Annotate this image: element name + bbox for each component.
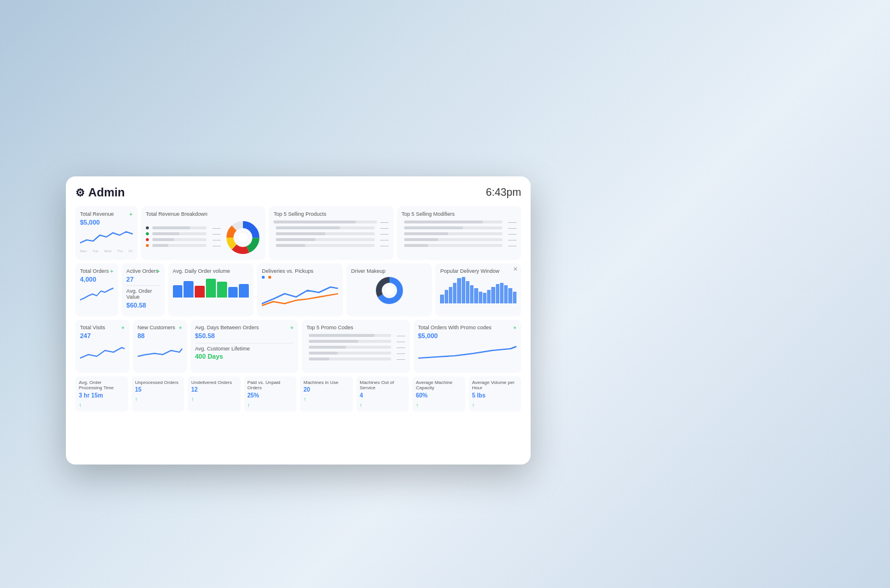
new-customers-trend: + xyxy=(179,325,182,331)
total-visits-sparkline xyxy=(80,342,125,359)
machines-out-of-service-trend: ↑ xyxy=(360,402,363,408)
machines-out-of-service-card[interactable]: Machines Out of Service 4 ↑ xyxy=(356,376,409,412)
promo-row-3: —— xyxy=(306,345,405,349)
delivery-bars-chart xyxy=(440,277,516,303)
avg-daily-order-volume-title: Avg. Daily Order volume xyxy=(173,268,249,275)
undelivered-orders-card[interactable]: Undelivered Orders 12 ↑ xyxy=(188,376,241,412)
svg-point-6 xyxy=(238,233,248,242)
avg-machine-capacity-value: 60% xyxy=(416,392,462,399)
admin-title: ⚙ Admin xyxy=(75,186,125,199)
popular-delivery-window-title: Popular Delivery Window xyxy=(440,268,516,275)
top5-products-title: Top 5 Selling Products xyxy=(274,211,388,218)
paid-vs-unpaid-card[interactable]: Paid vs. Unpaid Orders 25% ↑ xyxy=(244,376,297,412)
total-orders-sparkline xyxy=(80,285,114,303)
total-orders-promo-trend: + xyxy=(513,325,516,331)
unprocessed-orders-value: 15 xyxy=(135,386,181,393)
avg-days-between-orders-value: $50.58 xyxy=(195,332,294,339)
top5-promo-codes-card[interactable]: Top 5 Promo Codes —— —— —— —— xyxy=(302,320,410,373)
bottom-stats-row: Avg. Order Processing Time 3 hr 15m ↑ Un… xyxy=(75,376,521,412)
close-icon[interactable]: ✕ xyxy=(513,266,518,272)
avg-daily-bar-chart xyxy=(173,277,249,298)
total-revenue-sparkline xyxy=(80,228,133,246)
avg-order-processing-value: 3 hr 15m xyxy=(79,392,125,399)
promo-row-5: —— xyxy=(306,357,405,361)
total-visits-value: 247 xyxy=(80,332,125,339)
avg-days-between-orders-title: Avg. Days Between Orders xyxy=(195,325,294,331)
new-customers-title: New Customers xyxy=(138,325,182,331)
machines-in-use-trend: ↑ xyxy=(304,396,306,402)
top5-products-card[interactable]: Top 5 Selling Products —— —— —— —— xyxy=(269,206,393,260)
avg-order-value-title: Avg. Order Value xyxy=(126,288,160,301)
paid-vs-unpaid-title: Paid vs. Unpaid Orders xyxy=(248,380,294,391)
avg-order-processing-trend: ↑ xyxy=(79,402,82,408)
breakdown-row-4: —— xyxy=(146,243,221,248)
avg-machine-capacity-trend: ↑ xyxy=(416,402,419,408)
modifier-row-4: —— xyxy=(402,238,516,242)
avg-order-processing-card[interactable]: Avg. Order Processing Time 3 hr 15m ↑ xyxy=(75,376,128,412)
gear-icon: ⚙ xyxy=(75,186,85,199)
unprocessed-orders-trend: ↑ xyxy=(135,396,138,402)
machines-in-use-card[interactable]: Machines in Use 20 ↑ xyxy=(300,376,353,412)
total-revenue-card[interactable]: Total Revenue $5,000 + Mon Tue Wed Thu F… xyxy=(75,206,138,260)
new-customers-value: 88 xyxy=(138,332,182,339)
product-row-1: —— xyxy=(274,220,388,224)
new-customers-sparkline xyxy=(138,342,182,359)
driver-makeup-card[interactable]: Driver Makeup xyxy=(346,263,432,316)
new-customers-card[interactable]: New Customers 88 + xyxy=(133,320,187,373)
avg-days-between-orders-card[interactable]: Avg. Days Between Orders $50.58 + Avg. C… xyxy=(191,320,299,373)
total-orders-promo-sparkline xyxy=(418,342,517,359)
machines-in-use-value: 20 xyxy=(304,386,349,393)
time-display: 6:43pm xyxy=(486,186,521,199)
undelivered-orders-trend: ↑ xyxy=(191,396,194,402)
total-orders-card[interactable]: Total Orders 4,000 + xyxy=(75,263,118,316)
active-orders-value: 27 xyxy=(126,276,160,283)
avg-customer-lifetime-title: Avg. Customer Lifetime xyxy=(195,346,294,352)
avg-order-processing-title: Avg. Order Processing Time xyxy=(79,380,125,391)
breakdown-row-3: —— xyxy=(146,238,221,242)
machines-in-use-title: Machines in Use xyxy=(304,380,349,386)
driver-makeup-title: Driver Makeup xyxy=(351,268,428,275)
total-orders-promo-value: $5,000 xyxy=(418,332,517,339)
total-orders-promo-title: Total Orders With Promo codes xyxy=(418,325,517,331)
driver-makeup-donut xyxy=(351,276,428,305)
total-visits-trend: + xyxy=(121,325,125,331)
active-orders-card[interactable]: Active Orders 27 + Avg. Order Value $60.… xyxy=(122,263,165,316)
modifier-row-2: —— xyxy=(402,226,516,230)
product-row-2: —— xyxy=(274,226,388,230)
total-visits-title: Total Visits xyxy=(80,325,125,331)
avg-volume-per-hour-title: Average Volume per Hour xyxy=(472,380,518,391)
breakdown-row-2: —— xyxy=(146,232,221,236)
svg-point-10 xyxy=(385,286,394,295)
total-orders-value: 4,000 xyxy=(80,276,114,283)
revenue-breakdown-card[interactable]: Total Revenue Breakdown —— —— xyxy=(141,206,265,260)
undelivered-orders-value: 12 xyxy=(191,386,237,393)
promo-row-4: —— xyxy=(306,351,405,355)
admin-label: Admin xyxy=(88,186,125,199)
unprocessed-orders-card[interactable]: Unprocessed Orders 15 ↑ xyxy=(132,376,185,412)
dashboard-header: ⚙ Admin 6:43pm xyxy=(75,186,521,199)
popular-delivery-window-card[interactable]: Popular Delivery Window ✕ xyxy=(435,263,521,316)
active-orders-title: Active Orders xyxy=(126,268,160,275)
modifier-row-5: —— xyxy=(402,243,516,248)
paid-vs-unpaid-trend: ↑ xyxy=(248,402,251,408)
total-orders-promo-card[interactable]: Total Orders With Promo codes $5,000 + xyxy=(414,320,522,373)
avg-order-value-value: $60.58 xyxy=(126,302,160,309)
machines-out-of-service-title: Machines Out of Service xyxy=(360,380,406,391)
unprocessed-orders-title: Unprocessed Orders xyxy=(135,380,181,386)
avg-volume-per-hour-trend: ↑ xyxy=(472,402,475,408)
total-visits-card[interactable]: Total Visits 247 + xyxy=(75,320,129,373)
top5-modifiers-title: Top 5 Selling Modifiers xyxy=(402,211,516,218)
promo-codes-list: —— —— —— —— —— xyxy=(306,333,405,361)
avg-machine-capacity-card[interactable]: Average Machine Capacity 60% ↑ xyxy=(412,376,465,412)
avg-volume-per-hour-card[interactable]: Average Volume per Hour 5 lbs ↑ xyxy=(469,376,522,412)
paid-vs-unpaid-value: 25% xyxy=(248,392,294,399)
avg-days-between-orders-trend: + xyxy=(290,325,294,331)
undelivered-orders-title: Undelivered Orders xyxy=(191,380,237,386)
total-orders-title: Total Orders xyxy=(80,268,114,275)
revenue-breakdown-title: Total Revenue Breakdown xyxy=(146,211,261,218)
deliveries-vs-pickups-card[interactable]: Deliveries vs. Pickups xyxy=(257,263,343,316)
total-orders-trend: + xyxy=(110,268,114,275)
promo-row-1: —— xyxy=(306,333,405,338)
top5-modifiers-card[interactable]: Top 5 Selling Modifiers —— —— —— —— xyxy=(397,206,521,260)
avg-daily-order-volume-card[interactable]: Avg. Daily Order volume xyxy=(168,263,254,316)
